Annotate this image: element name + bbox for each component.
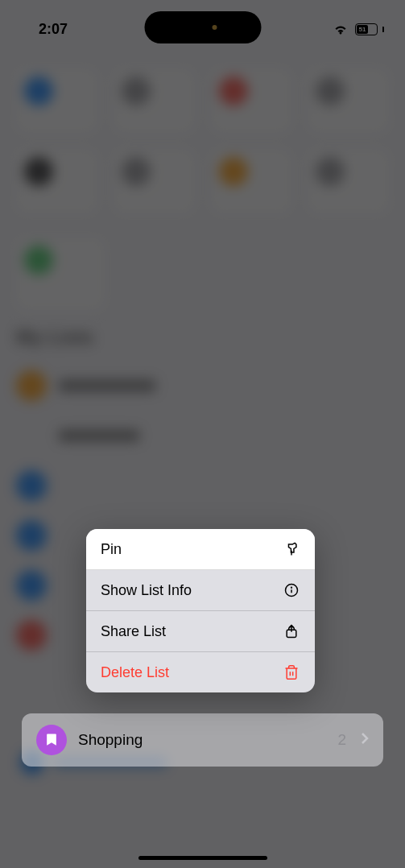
bookmark-icon bbox=[43, 732, 60, 748]
pin-icon bbox=[283, 540, 300, 558]
menu-label: Share List bbox=[101, 623, 166, 640]
chevron-right-icon bbox=[361, 732, 369, 748]
share-icon bbox=[283, 622, 300, 640]
list-count: 2 bbox=[337, 731, 346, 749]
list-name: Shopping bbox=[78, 731, 326, 749]
home-indicator[interactable] bbox=[138, 856, 267, 860]
info-icon bbox=[283, 581, 300, 599]
menu-item-pin[interactable]: Pin bbox=[86, 529, 315, 570]
menu-item-show-info[interactable]: Show List Info bbox=[86, 570, 315, 611]
menu-label: Pin bbox=[101, 541, 122, 558]
list-icon-circle bbox=[36, 725, 67, 755]
menu-item-delete[interactable]: Delete List bbox=[86, 652, 315, 692]
context-menu: Pin Show List Info Share List bbox=[86, 529, 315, 692]
trash-icon bbox=[283, 663, 300, 681]
menu-item-share[interactable]: Share List bbox=[86, 611, 315, 652]
list-preview-shopping[interactable]: Shopping 2 bbox=[22, 713, 383, 767]
svg-point-3 bbox=[291, 587, 292, 588]
menu-label: Delete List bbox=[101, 664, 169, 681]
menu-label: Show List Info bbox=[101, 582, 192, 599]
